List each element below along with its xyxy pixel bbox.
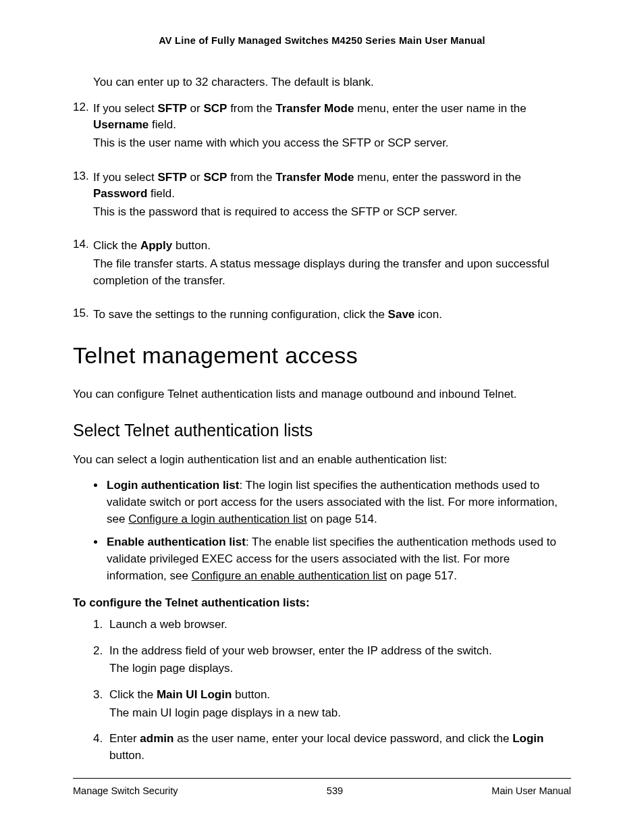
step-number: 13.: [73, 170, 93, 230]
bold: admin: [140, 732, 173, 745]
bold: SCP: [203, 171, 227, 184]
text: If you select: [93, 171, 157, 184]
text: If you select: [93, 102, 157, 115]
text: Click the: [93, 239, 140, 252]
bold: Transfer Mode: [275, 102, 354, 115]
bold: Username: [93, 118, 149, 131]
follow-text: This is the password that is required to…: [93, 204, 571, 221]
procedure-step: Launch a web browser.: [93, 617, 571, 633]
bullet-label: Login authentication list: [107, 479, 239, 492]
procedure-step: Enter admin as the user name, enter your…: [93, 731, 571, 764]
text: field.: [147, 187, 175, 200]
cross-ref-link[interactable]: Configure an enable authentication list: [192, 569, 387, 582]
text: as the user name, enter your local devic…: [173, 732, 512, 745]
follow-text: The main UI login page displays in a new…: [109, 705, 571, 722]
text: on page 517.: [387, 569, 457, 582]
page-header-title: AV Line of Fully Managed Switches M4250 …: [73, 35, 571, 46]
follow-text: The file transfer starts. A status messa…: [93, 256, 571, 289]
text: from the: [227, 171, 275, 184]
procedure-heading: To configure the Telnet authentication l…: [73, 596, 571, 610]
follow-text: The login page displays.: [109, 660, 571, 677]
cross-ref-link[interactable]: Configure a login authentication list: [128, 513, 307, 525]
text: or: [187, 102, 204, 115]
text: field.: [149, 118, 176, 131]
text: button.: [172, 239, 211, 252]
footer-page-number: 539: [327, 785, 343, 796]
step-14: 14. Click the Apply button. The file tra…: [73, 238, 571, 298]
footer-left: Manage Switch Security: [73, 785, 178, 796]
pre-text: You can enter up to 32 characters. The d…: [93, 74, 571, 91]
text: button.: [232, 688, 270, 701]
text: or: [187, 171, 204, 184]
text: Click the: [109, 688, 157, 701]
text: menu, enter the password in the: [354, 171, 521, 184]
bold: Password: [93, 187, 147, 200]
text: from the: [227, 102, 275, 115]
bold: SCP: [203, 102, 227, 115]
step-number: 15.: [73, 307, 93, 323]
bullet-label: Enable authentication list: [107, 536, 246, 548]
text: menu, enter the user name in the: [354, 102, 526, 115]
procedure-step: In the address field of your web browser…: [93, 643, 571, 677]
text: button.: [109, 749, 144, 762]
heading-select-auth-lists: Select Telnet authentication lists: [73, 421, 571, 440]
text: To save the settings to the running conf…: [93, 308, 388, 321]
heading-telnet-management: Telnet management access: [73, 342, 571, 369]
text: icon.: [414, 308, 442, 321]
bold: SFTP: [157, 171, 186, 184]
step-15: 15. To save the settings to the running …: [73, 307, 571, 323]
bold: Main UI Login: [157, 688, 232, 701]
text: Launch a web browser.: [109, 618, 227, 631]
footer-rule: [73, 778, 571, 779]
step-number: 12.: [73, 101, 93, 161]
bullet-login-auth: Login authentication list: The login lis…: [105, 477, 571, 527]
text: In the address field of your web browser…: [109, 644, 492, 657]
intro-paragraph: You can configure Telnet authentication …: [73, 386, 571, 403]
footer-right: Main User Manual: [491, 785, 571, 796]
bold: SFTP: [157, 102, 186, 115]
follow-text: This is the user name with which you acc…: [93, 135, 571, 152]
text: on page 514.: [307, 513, 377, 525]
procedure-step: Click the Main UI Login button. The main…: [93, 687, 571, 721]
bold: Login: [512, 732, 543, 745]
step-12: 12. If you select SFTP or SCP from the T…: [73, 101, 571, 161]
bold: Transfer Mode: [275, 171, 354, 184]
text: Enter: [109, 732, 140, 745]
bullet-enable-auth: Enable authentication list: The enable l…: [105, 534, 571, 584]
bold: Save: [388, 308, 415, 321]
step-number: 14.: [73, 238, 93, 298]
bold: Apply: [140, 239, 172, 252]
step-13: 13. If you select SFTP or SCP from the T…: [73, 170, 571, 230]
page-footer: Manage Switch Security 539 Main User Man…: [73, 778, 571, 796]
intro-paragraph: You can select a login authentication li…: [73, 452, 571, 469]
